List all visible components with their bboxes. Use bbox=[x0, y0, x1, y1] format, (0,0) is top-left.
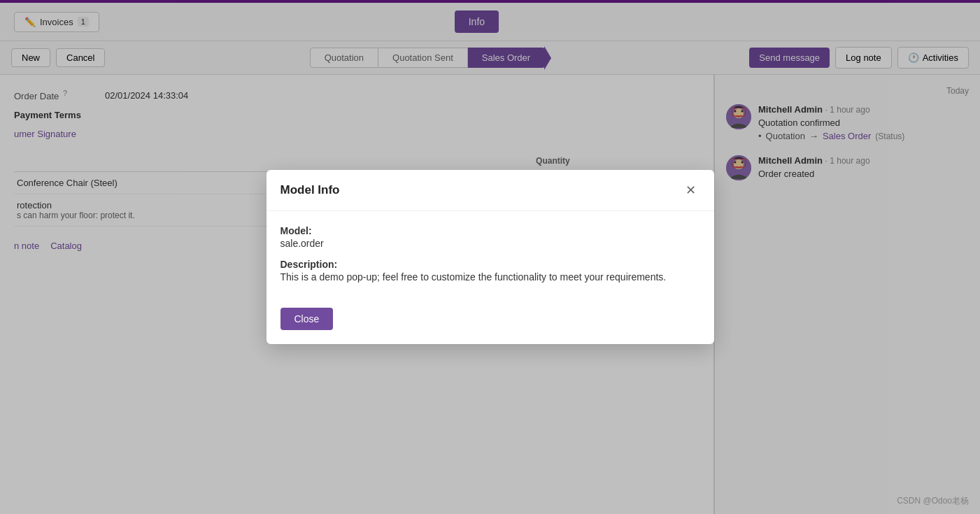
modal-footer: Close bbox=[267, 299, 714, 344]
modal-dialog: Model Info ✕ Model: sale.order Descripti… bbox=[267, 170, 714, 344]
modal-close-button[interactable]: ✕ bbox=[681, 181, 700, 199]
modal-body: Model: sale.order Description: This is a… bbox=[267, 211, 714, 299]
modal-header: Model Info ✕ bbox=[267, 170, 714, 211]
model-label: Model: bbox=[280, 225, 700, 236]
modal-overlay[interactable]: Model Info ✕ Model: sale.order Descripti… bbox=[0, 0, 980, 514]
description-value: This is a demo pop-up; feel free to cust… bbox=[280, 271, 700, 283]
close-modal-button[interactable]: Close bbox=[280, 308, 334, 330]
model-value: sale.order bbox=[280, 238, 700, 249]
modal-title: Model Info bbox=[280, 183, 340, 197]
description-label: Description: bbox=[280, 259, 700, 270]
